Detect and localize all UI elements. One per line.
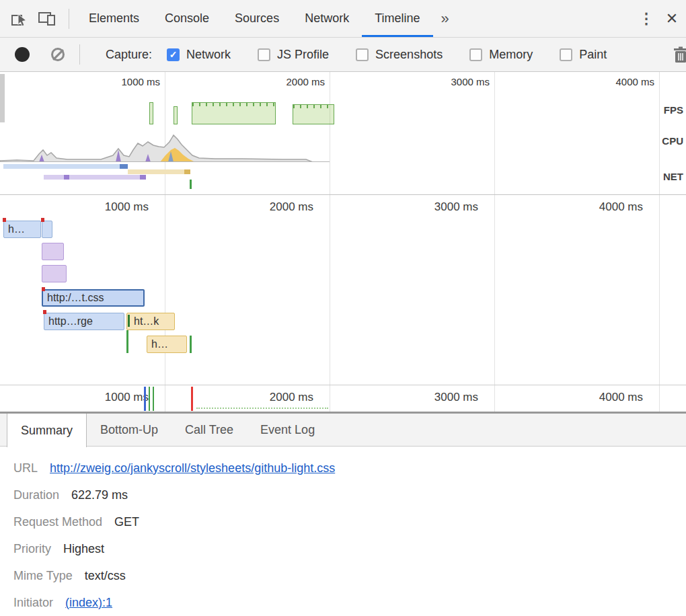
paint-event-marker <box>126 330 128 353</box>
paint-checkbox[interactable] <box>560 48 572 61</box>
request-start-marker <box>41 218 44 222</box>
summary-label: Duration <box>13 488 59 502</box>
network-request-bar[interactable]: h… <box>3 221 41 238</box>
gridline <box>330 195 330 385</box>
timeline-overview-pane[interactable]: 1000 ms 2000 ms 3000 ms 4000 ms FPS CPU … <box>0 72 686 195</box>
network-request-bar-selected[interactable]: http:/…t.css <box>42 289 145 307</box>
network-request-bar[interactable]: http…rge <box>44 313 124 330</box>
gridline <box>659 385 660 412</box>
summary-value: text/css <box>85 569 126 583</box>
capture-toolbar: Capture: Network JS Profile Screenshots … <box>0 38 686 72</box>
ruler-tick-label: 3000 ms <box>404 391 478 404</box>
summary-label: Request Method <box>13 515 102 529</box>
summary-row-request-method: Request Method GET <box>13 508 686 535</box>
flame-tick-label: 3000 ms <box>404 200 478 214</box>
device-toolbar-icon[interactable] <box>32 0 62 37</box>
network-request-bar[interactable] <box>42 265 67 282</box>
tab-event-log[interactable]: Event Log <box>247 414 328 446</box>
net-request-bar <box>128 169 190 174</box>
overview-tick-label: 4000 ms <box>587 76 654 87</box>
checkbox-memory[interactable]: Memory <box>469 48 533 62</box>
devtools-menu-icon[interactable]: ⋮ <box>635 10 658 28</box>
fps-bar <box>149 102 153 124</box>
detail-tabs-bar: Summary Bottom-Up Call Tree Event Log <box>0 414 686 447</box>
tab-network[interactable]: Network <box>292 0 362 37</box>
summary-label: Priority <box>13 542 51 556</box>
overview-tick-label: 2000 ms <box>258 76 325 87</box>
net-request-bar <box>120 164 128 169</box>
screenshots-checkbox[interactable] <box>356 48 369 61</box>
tab-sources[interactable]: Sources <box>222 0 292 37</box>
tab-timeline[interactable]: Timeline <box>362 0 432 37</box>
event-ruler[interactable]: 1000 ms 2000 ms 3000 ms 4000 ms <box>0 385 686 412</box>
frame-dots <box>196 408 328 409</box>
tab-call-tree[interactable]: Call Tree <box>172 414 247 446</box>
network-request-bar[interactable]: h… <box>147 336 187 353</box>
network-request-bar[interactable] <box>42 221 52 238</box>
checkbox-paint[interactable]: Paint <box>560 48 607 62</box>
ruler-tick-label: 2000 ms <box>239 391 313 404</box>
network-request-bar[interactable]: ht…k <box>126 313 175 330</box>
toolbar-separator <box>69 9 69 29</box>
net-request-bar <box>3 164 127 169</box>
js-profile-checkbox[interactable] <box>258 48 270 61</box>
js-profile-checkbox-label: JS Profile <box>277 48 329 62</box>
capture-label: Capture: <box>106 48 152 62</box>
summary-pane: URL http://zweig.co/jankyscroll/styleshe… <box>0 447 686 616</box>
url-link[interactable]: http://zweig.co/jankyscroll/stylesheets/… <box>50 461 335 475</box>
fps-bar <box>293 104 334 124</box>
net-request-bar <box>64 175 69 180</box>
screenshots-checkbox-label: Screenshots <box>375 48 443 62</box>
summary-value: 622.79 ms <box>71 488 128 502</box>
network-checkbox[interactable] <box>167 48 180 61</box>
fps-row-label: FPS <box>656 104 683 116</box>
cpu-activity-chart <box>0 127 686 162</box>
devtools-window: Elements Console Sources Network Timelin… <box>0 0 686 616</box>
net-row-label: NET <box>656 171 683 182</box>
network-request-bar[interactable] <box>42 243 64 260</box>
close-icon[interactable]: ✕ <box>658 10 686 28</box>
memory-checkbox[interactable] <box>469 48 482 61</box>
overview-window-handle[interactable] <box>0 74 5 122</box>
ruler-tick-label: 1000 ms <box>75 391 149 404</box>
net-request-bar <box>44 175 146 180</box>
clear-recording-icon[interactable] <box>51 48 65 61</box>
tab-summary[interactable]: Summary <box>7 414 87 447</box>
tab-elements[interactable]: Elements <box>76 0 152 37</box>
request-start-marker <box>43 310 46 314</box>
overview-tick-label: 1000 ms <box>93 76 160 87</box>
checkbox-network[interactable]: Network <box>167 48 231 62</box>
request-bar-label: http:/…t.css <box>47 292 104 303</box>
checkbox-js-profile[interactable]: JS Profile <box>258 48 329 62</box>
main-toolbar: Elements Console Sources Network Timelin… <box>0 0 686 38</box>
cpu-baseline <box>0 161 330 162</box>
request-bar-label: h… <box>8 223 25 235</box>
checkbox-screenshots[interactable]: Screenshots <box>356 48 443 62</box>
more-tabs-chevron-icon[interactable]: » <box>433 10 457 28</box>
initiator-link[interactable]: (index):1 <box>65 596 112 610</box>
response-received-marker <box>128 315 130 327</box>
summary-value: Highest <box>63 542 104 556</box>
request-bar-label: ht…k <box>134 315 159 327</box>
tab-bottom-up[interactable]: Bottom-Up <box>87 414 172 446</box>
network-checkbox-label: Network <box>186 48 231 62</box>
fps-bar <box>192 102 276 124</box>
tab-console[interactable]: Console <box>152 0 222 37</box>
ruler-tick-label: 4000 ms <box>569 391 643 404</box>
garbage-collect-icon[interactable] <box>673 46 686 67</box>
summary-label: Mime Type <box>13 569 73 583</box>
summary-row-priority: Priority Highest <box>13 535 686 562</box>
cpu-row-label: CPU <box>656 135 683 147</box>
inspect-element-icon[interactable] <box>5 0 32 37</box>
request-bar-label: h… <box>151 338 168 350</box>
flame-tick-label: 4000 ms <box>569 200 643 214</box>
paint-checkbox-label: Paint <box>579 48 607 62</box>
summary-label: Initiator <box>13 596 53 610</box>
gridline <box>165 195 165 385</box>
record-button[interactable] <box>15 47 30 62</box>
dcl-event-marker <box>144 387 146 411</box>
load-event-marker <box>191 387 193 411</box>
summary-row-url: URL http://zweig.co/jankyscroll/styleshe… <box>13 455 686 482</box>
request-bar-label: http…rge <box>48 315 93 327</box>
timeline-flame-chart[interactable]: 1000 ms 2000 ms 3000 ms 4000 ms h… http:… <box>0 195 686 385</box>
